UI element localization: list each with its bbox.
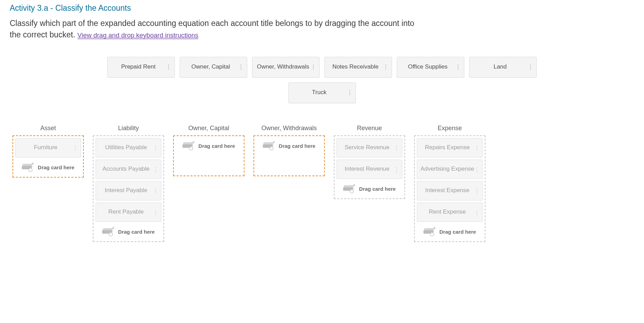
drop-hint: +Drag card here [96, 224, 161, 240]
source-card-pool: Prepaid Rent⋮Owner, Capital⋮Owner, Withd… [10, 57, 634, 103]
drag-handle-icon: ⋮ [347, 90, 352, 96]
bucket-column: LiabilityUtilities Payable⋮Accounts Paya… [93, 125, 164, 242]
drag-handle-icon: ⋮ [528, 64, 533, 70]
bucket-column: RevenueService Revenue⋮Interest Revenue⋮… [334, 125, 405, 199]
placed-card-label: Interest Payable [105, 187, 147, 194]
placed-card[interactable]: Service Revenue⋮ [337, 138, 402, 158]
drag-handle-icon: ⋮ [153, 209, 158, 215]
bucket-row: AssetFurniture⋮+Drag card hereLiabilityU… [10, 125, 634, 242]
source-card-label: Prepaid Rent [121, 63, 155, 70]
drop-hint: +Drag card here [176, 138, 242, 154]
source-card[interactable]: Notes Receivable⋮ [324, 57, 392, 78]
drop-bucket[interactable]: +Drag card here [173, 135, 244, 176]
source-card[interactable]: Truck⋮ [288, 82, 356, 103]
placed-card-label: Advertising Expense [421, 165, 474, 172]
drag-handle-icon: ⋮ [166, 64, 171, 70]
bucket-title: Asset [40, 125, 56, 132]
source-card-row: Truck⋮ [288, 82, 356, 103]
bucket-title: Owner, Capital [188, 125, 229, 132]
placed-card[interactable]: Repairs Expense⋮ [417, 138, 483, 158]
source-card-label: Office Supplies [408, 63, 447, 70]
drop-hint-text: Drag card here [118, 229, 155, 235]
bucket-title: Expense [438, 125, 462, 132]
source-card-label: Notes Receivable [332, 63, 378, 70]
placed-card[interactable]: Utilities Payable⋮ [96, 138, 161, 158]
card-stack-icon: + [263, 142, 275, 150]
source-card-label: Truck [312, 89, 327, 96]
drop-hint-text: Drag card here [198, 143, 235, 149]
drag-handle-icon: ⋮ [394, 145, 399, 150]
drop-hint-text: Drag card here [279, 143, 315, 149]
instructions-text: Classify which part of the expanded acco… [10, 18, 425, 41]
drag-handle-icon: ⋮ [383, 64, 388, 70]
placed-card[interactable]: Rent Payable⋮ [96, 203, 161, 222]
drop-hint: +Drag card here [256, 138, 322, 154]
drag-handle-icon: ⋮ [73, 145, 78, 150]
card-stack-icon: + [22, 164, 34, 171]
placed-card-label: Interest Revenue [345, 165, 389, 172]
drop-hint-text: Drag card here [359, 186, 396, 192]
bucket-column: Owner, Withdrawals+Drag card here [253, 125, 325, 176]
drag-handle-icon: ⋮ [311, 64, 316, 70]
placed-card[interactable]: Interest Revenue⋮ [337, 160, 402, 179]
placed-card[interactable]: Interest Expense⋮ [417, 181, 483, 200]
placed-card[interactable]: Rent Expense⋮ [417, 203, 483, 222]
drag-handle-icon: ⋮ [153, 145, 158, 150]
drag-handle-icon: ⋮ [394, 167, 399, 172]
placed-card-label: Furniture [34, 144, 57, 151]
source-card[interactable]: Office Supplies⋮ [397, 57, 464, 78]
card-stack-icon: + [423, 228, 436, 236]
drag-handle-icon: ⋮ [474, 145, 480, 150]
bucket-column: Owner, Capital+Drag card here [173, 125, 244, 176]
drag-handle-icon: ⋮ [455, 64, 461, 70]
drop-bucket[interactable]: +Drag card here [253, 135, 325, 176]
placed-card-label: Repairs Expense [425, 144, 469, 151]
drag-handle-icon: ⋮ [238, 64, 244, 70]
drop-hint-text: Drag card here [439, 229, 476, 235]
placed-card[interactable]: Advertising Expense⋮ [417, 160, 483, 179]
drop-bucket[interactable]: Repairs Expense⋮Advertising Expense⋮Inte… [414, 135, 485, 242]
drag-handle-icon: ⋮ [474, 209, 480, 215]
placed-card[interactable]: Furniture⋮ [15, 138, 81, 158]
placed-card-label: Rent Expense [429, 208, 466, 215]
card-stack-icon: + [102, 228, 115, 236]
instructions-body: Classify which part of the expanded acco… [10, 19, 414, 39]
card-stack-icon: + [343, 185, 356, 193]
source-card-label: Owner, Capital [191, 63, 230, 70]
card-stack-icon: + [182, 142, 195, 150]
placed-card-label: Interest Expense [425, 187, 469, 194]
placed-card-label: Service Revenue [345, 144, 389, 151]
drag-handle-icon: ⋮ [153, 188, 158, 193]
page-title: Activity 3.a - Classify the Accounts [10, 3, 634, 13]
drop-hint: +Drag card here [417, 224, 483, 240]
placed-card[interactable]: Accounts Payable⋮ [96, 160, 161, 179]
source-card[interactable]: Land⋮ [469, 57, 537, 78]
drop-bucket[interactable]: Utilities Payable⋮Accounts Payable⋮Inter… [93, 135, 164, 242]
drop-hint: +Drag card here [15, 160, 81, 176]
drop-bucket[interactable]: Furniture⋮+Drag card here [12, 135, 84, 178]
source-card-row: Prepaid Rent⋮Owner, Capital⋮Owner, Withd… [107, 57, 537, 78]
drop-hint-text: Drag card here [38, 164, 74, 170]
source-card[interactable]: Owner, Withdrawals⋮ [252, 57, 320, 78]
bucket-column: ExpenseRepairs Expense⋮Advertising Expen… [414, 125, 485, 242]
drop-hint: +Drag card here [337, 181, 402, 197]
drag-handle-icon: ⋮ [153, 167, 158, 172]
drop-bucket[interactable]: Service Revenue⋮Interest Revenue⋮+Drag c… [334, 135, 405, 199]
source-card[interactable]: Owner, Capital⋮ [180, 57, 247, 78]
bucket-column: AssetFurniture⋮+Drag card here [12, 125, 84, 178]
placed-card-label: Rent Payable [108, 208, 144, 215]
bucket-title: Revenue [357, 125, 382, 132]
placed-card[interactable]: Interest Payable⋮ [96, 181, 161, 200]
keyboard-instructions-link[interactable]: View drag and drop keyboard instructions [78, 32, 198, 39]
placed-card-label: Utilities Payable [105, 144, 147, 151]
source-card-label: Land [494, 63, 507, 70]
bucket-title: Owner, Withdrawals [261, 125, 317, 132]
drag-handle-icon: ⋮ [474, 167, 480, 172]
bucket-title: Liability [118, 125, 139, 132]
source-card[interactable]: Prepaid Rent⋮ [107, 57, 175, 78]
source-card-label: Owner, Withdrawals [257, 63, 309, 70]
placed-card-label: Accounts Payable [102, 165, 150, 172]
drag-handle-icon: ⋮ [474, 188, 480, 193]
